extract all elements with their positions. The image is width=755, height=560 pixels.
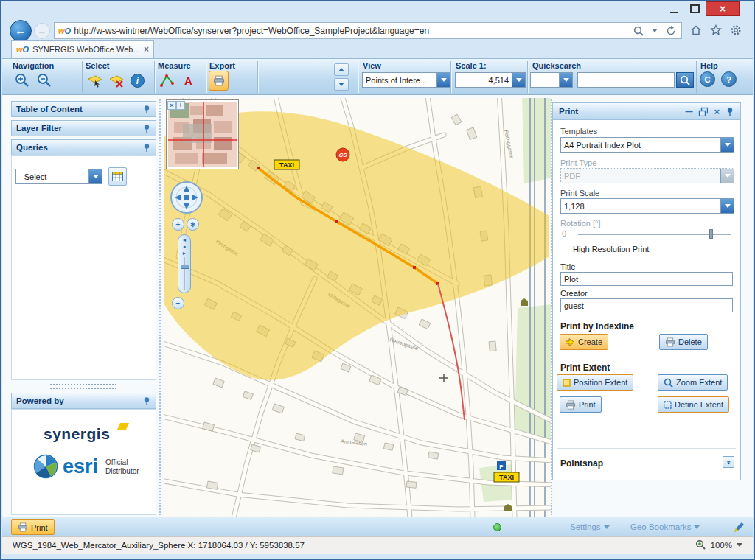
quick-print-button[interactable]: Print	[11, 519, 55, 535]
refresh-icon[interactable]	[664, 24, 678, 38]
settings-menu[interactable]: Settings	[570, 522, 610, 531]
delete-indexline-button[interactable]: Delete	[659, 334, 708, 350]
browser-tab[interactable]: wO SYNERGIS WebOffice Web... ×	[11, 40, 154, 58]
high-resolution-label: High Resolution Print	[573, 245, 649, 253]
panel-print-button[interactable]: Print	[560, 396, 602, 413]
quicksearch-select-caret[interactable]	[559, 73, 572, 87]
pin-icon[interactable]	[142, 143, 151, 152]
url-bar[interactable]: wO http://w-ws-wintner/WebOffice/synserv…	[54, 22, 682, 39]
print-scale-select[interactable]: 1,128	[560, 198, 734, 214]
clear-selection-button[interactable]	[106, 71, 126, 91]
identify-info-button[interactable]: i	[128, 71, 147, 91]
pin-icon[interactable]	[142, 124, 151, 133]
search-icon[interactable]	[632, 24, 645, 38]
synergis-logo: synergis	[44, 425, 110, 443]
zoom-slider-track[interactable]	[184, 257, 185, 290]
panel-restore-icon[interactable]	[698, 107, 708, 116]
favorites-star-icon[interactable]	[709, 24, 723, 37]
query-table-button[interactable]	[108, 167, 127, 186]
url-input[interactable]: http://w-ws-wintner/WebOffice/synserver?…	[74, 26, 629, 36]
browser-zoom-control[interactable]: 100%	[695, 539, 742, 550]
geo-bookmarks-menu[interactable]: Geo Bookmarks	[630, 522, 700, 531]
close-icon: ×	[720, 3, 726, 15]
title-input[interactable]	[560, 272, 733, 286]
previous-extent-icon[interactable]: ◄	[182, 237, 187, 243]
panel-header-layer-filter[interactable]: Layer Filter	[11, 120, 156, 136]
print-panel-header[interactable]: Print — ×	[553, 103, 740, 120]
tab-title: SYNERGIS WebOffice Web...	[32, 45, 140, 54]
help-button[interactable]: ?	[721, 71, 737, 87]
toolbar-collapse-up-button[interactable]	[334, 63, 349, 76]
measure-button[interactable]	[157, 71, 177, 91]
zoom-slider[interactable]: ◄ ● ►	[178, 234, 191, 293]
position-extent-button[interactable]: Position Extent	[557, 374, 633, 391]
overview-pan-icon[interactable]: +	[176, 101, 185, 110]
scale-select[interactable]: 4,514	[455, 72, 526, 88]
browser-forward-button[interactable]: →	[34, 23, 50, 39]
select-tool-button[interactable]	[85, 71, 105, 91]
panel-header-queries[interactable]: Queries	[11, 139, 156, 155]
creator-input[interactable]	[560, 298, 733, 312]
overview-map[interactable]: × +	[167, 100, 238, 169]
panel-header-table-of-content[interactable]: Table of Content	[11, 101, 156, 117]
sidebar-splitter[interactable]	[50, 384, 116, 385]
map-zoom-out-button[interactable]: −	[172, 297, 184, 309]
map-canvas[interactable]: KirchgasseMühlgasseFellinggasseHerrengas…	[164, 98, 551, 517]
panel-minimize-icon[interactable]: —	[685, 108, 692, 116]
templates-select-caret[interactable]	[720, 138, 734, 152]
pin-icon[interactable]	[142, 396, 151, 405]
overview-close-icon[interactable]: ×	[167, 101, 176, 110]
window-close-button[interactable]: ×	[706, 1, 740, 16]
pin-icon[interactable]	[142, 105, 151, 113]
quicksearch-category-select[interactable]	[530, 72, 573, 88]
edit-pencil-icon[interactable]	[734, 521, 745, 533]
pin-icon[interactable]	[726, 107, 734, 116]
caret-down-icon	[737, 543, 742, 547]
connection-status-icon	[493, 523, 501, 531]
rotation-slider-track[interactable]	[578, 234, 731, 235]
pan-compass[interactable]	[170, 181, 206, 214]
url-dropdown-icon[interactable]	[648, 24, 661, 38]
high-resolution-checkbox[interactable]	[560, 245, 568, 253]
copyright-button[interactable]: C	[700, 71, 715, 87]
window-minimize-button[interactable]	[663, 1, 684, 16]
zoom-in-button[interactable]	[13, 71, 32, 91]
browser-back-button[interactable]: ←	[10, 20, 32, 42]
view-select-caret[interactable]	[436, 73, 450, 87]
print-tool-button[interactable]	[209, 71, 229, 91]
panel-header-powered-by[interactable]: Powered by	[11, 393, 156, 409]
zoom-slider-handle[interactable]	[181, 265, 189, 269]
zoom-extent-button[interactable]: Zoom Extent	[658, 374, 728, 391]
query-select[interactable]: - Select -	[15, 169, 102, 184]
quicksearch-input[interactable]	[577, 72, 675, 88]
view-select[interactable]: Points of Intere...	[362, 72, 450, 88]
define-extent-button[interactable]: Define Extent	[658, 396, 729, 413]
scale-select-caret[interactable]	[512, 73, 525, 87]
title-label: Title	[560, 262, 575, 271]
full-extent-button[interactable]: ∗	[187, 218, 199, 231]
home-icon[interactable]	[689, 24, 703, 37]
print-scale-select-caret[interactable]	[720, 199, 734, 213]
tab-close-icon[interactable]: ×	[144, 44, 149, 55]
print-panel-title: Print	[559, 107, 680, 116]
templates-select[interactable]: A4 Portrait Index Plot	[560, 137, 734, 153]
panel-divider	[557, 448, 736, 449]
sidebar-splitter[interactable]	[50, 388, 116, 389]
pointsnap-expand-button[interactable]: »	[723, 456, 734, 468]
quicksearch-button[interactable]	[676, 72, 694, 88]
map-zoom-in-button[interactable]: +	[172, 218, 184, 231]
create-indexline-button[interactable]: Create	[560, 334, 608, 350]
next-extent-icon[interactable]: ►	[182, 251, 187, 256]
rotation-label: Rotation [°]	[560, 219, 601, 228]
sidebar-map-splitter[interactable]	[159, 99, 161, 515]
query-select-caret[interactable]	[88, 169, 102, 183]
print-type-select-caret	[720, 169, 734, 183]
toolbar-collapse-down-button[interactable]	[334, 78, 349, 91]
queries-panel-body	[11, 155, 156, 380]
panel-close-icon[interactable]: ×	[714, 106, 720, 117]
settings-gear-icon[interactable]	[729, 24, 742, 37]
window-maximize-button[interactable]	[684, 1, 706, 16]
zoom-out-button[interactable]	[35, 71, 55, 91]
rotation-slider-handle[interactable]	[709, 229, 713, 239]
annotate-text-button[interactable]: A	[178, 71, 198, 91]
